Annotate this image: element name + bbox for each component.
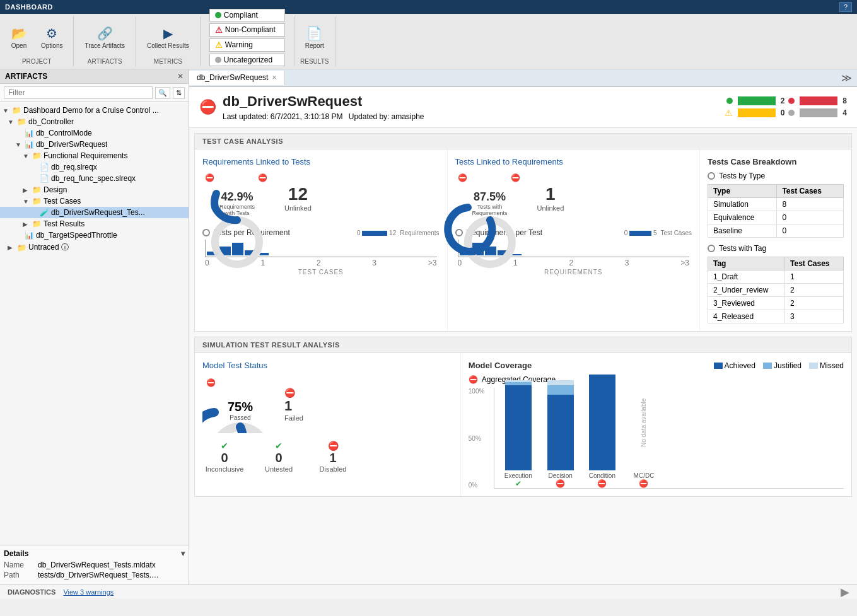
req-linked-title: Requirements Linked to Tests (202, 157, 440, 166)
help-button[interactable]: ? (839, 2, 852, 12)
filter-sort-button[interactable]: ⇅ (173, 87, 185, 99)
tests-by-type-row: Tests by Type (708, 171, 844, 180)
scroll-right-button[interactable]: ▶ (841, 585, 849, 599)
hist-bars-2 (458, 240, 690, 257)
trace-artifacts-button[interactable]: 🔗 Trace Artifacts (79, 23, 131, 52)
type-table-row: Simulation8 (708, 198, 844, 211)
db-icon: 📊 (25, 140, 34, 149)
sidebar-close-button[interactable]: ✕ (177, 72, 184, 81)
tab-bar: db_DriverSwRequest × ≫ (189, 69, 857, 87)
breakdown-title: Tests Case Breakdown (708, 157, 844, 166)
details-collapse[interactable]: ▾ (181, 549, 185, 558)
sidebar-header: ARTIFACTS ✕ (0, 69, 189, 84)
page-title-area: ⛔ db_DriverSwRequest Last updated: 6/7/2… (199, 93, 424, 121)
warning-label: Warning (225, 40, 253, 49)
tag-count-cell: 1 (785, 270, 844, 284)
gray-count: 4 (842, 108, 847, 117)
execution-achieved (505, 385, 532, 470)
sim-section-title: SIMULATION TEST RESULT ANALYSIS (195, 337, 851, 353)
sim-donut-area: ⛔ 75% Passed ⛔ 1 Failed (202, 376, 453, 433)
execution-bar-stack (505, 375, 532, 470)
options-button[interactable]: ⚙ Options (35, 23, 68, 52)
donut-wrapper-1: ⛔ ⛔ 42.9% Requirementswith Tests 12 (202, 173, 440, 223)
decision-label: Decision (549, 472, 573, 479)
tree-item[interactable]: ▼ 📊 db_DriverSwRequest (0, 139, 189, 150)
app-title: DASHBOARD (5, 3, 53, 11)
view-warnings-link[interactable]: View 3 warnings (63, 588, 114, 596)
tree-toggle: ▶ (23, 221, 30, 228)
uncategorized-button[interactable]: Uncategorized (209, 54, 285, 66)
tree-item[interactable]: 📊 db_ControlMode (0, 127, 189, 139)
active-tab[interactable]: db_DriverSwRequest × (189, 71, 284, 85)
open-button[interactable]: 📂 Open (5, 23, 33, 52)
folder-icon: 📁 (32, 185, 42, 194)
condition-achieved (589, 375, 615, 470)
warning-icon: ⚠ (215, 40, 223, 50)
untested-item: ✔ 0 Untested (257, 441, 301, 473)
tree-item[interactable]: ▼ 📁 Dashboard Demo for a Cruise Control … (0, 105, 189, 116)
tree-item[interactable]: 📄 db_req.slreqx (0, 161, 189, 173)
green-count: 2 (781, 96, 785, 105)
tag-test-cases-header: Test Cases (785, 257, 844, 270)
tag-radio[interactable] (708, 245, 715, 252)
coverage-header: Model Coverage Achieved Justified (469, 361, 844, 370)
hist-radio-1[interactable] (202, 229, 210, 236)
tree-item[interactable]: ▶ 📁 Untraced ⓘ (0, 241, 189, 254)
tree-item[interactable]: ▼ 📁 Test Cases (0, 195, 189, 207)
tree-item[interactable]: ▶ 📁 Test Results (0, 218, 189, 230)
coverage-bars-container: Execution ✔ (494, 388, 844, 489)
inconclusive-count: 0 (221, 451, 228, 465)
tree-toggle: ▼ (23, 198, 30, 205)
achieved-label: Achieved (725, 361, 755, 370)
tree-item[interactable]: 📊 db_TargetSpeedThrottle (0, 230, 189, 241)
svg-text:⛔: ⛔ (511, 173, 520, 182)
warning-button[interactable]: ⚠ Warning (209, 38, 285, 52)
failed-label: Failed (284, 414, 303, 422)
tree-item-selected[interactable]: 🧪 db_DriverSwRequest_Tes... (0, 207, 189, 218)
type-radio[interactable] (708, 172, 715, 180)
untested-check-icon: ✔ (275, 441, 283, 451)
no-data-label: No data available (640, 375, 647, 470)
overlay-buttons: Compliant ⚠ Non-Compliant ⚠ Warning Unca… (206, 8, 289, 67)
donut-label-1: 42.9% Requirementswith Tests (219, 190, 255, 216)
sidebar: ARTIFACTS ✕ 🔍 ⇅ ▼ 📁 Dashboard Demo for a… (0, 69, 189, 584)
justified-label: Justified (774, 361, 802, 370)
compliant-button[interactable]: Compliant (209, 9, 285, 21)
tree-item[interactable]: ▼ 📁 db_Controller (0, 116, 189, 127)
details-title: Details (4, 549, 28, 558)
tree-item[interactable]: 📄 db_req_func_spec.slreqx (0, 173, 189, 184)
compliant-dot (215, 12, 221, 18)
gray-dot (788, 110, 795, 116)
metrics-buttons: ▶ Collect Results (141, 18, 195, 57)
non-compliant-button[interactable]: ⚠ Non-Compliant (209, 23, 285, 37)
sim-grid: Model Test Status ⛔ 75% Passe (195, 353, 851, 496)
condition-bar-stack (589, 375, 615, 470)
svg-text:⛔: ⛔ (206, 378, 216, 387)
tree-label: Functional Requirements (44, 151, 127, 160)
decision-status: ⛔ (556, 479, 565, 488)
report-button[interactable]: 📄 Report (300, 23, 330, 52)
tree-item[interactable]: ▼ 📁 Functional Requirements (0, 150, 189, 161)
compliant-label: Compliant (224, 11, 258, 20)
disabled-icon-row: ⛔ (328, 441, 339, 451)
coverage-panel: Model Coverage Achieved Justified (461, 353, 851, 496)
hist-section-1: Tests per Requirement 0 12 Requirements (202, 228, 440, 276)
hist-radio-2[interactable] (455, 229, 463, 236)
tests-unlinked-label: Unlinked (537, 204, 564, 212)
filter-input[interactable] (4, 86, 153, 99)
tab-label: db_DriverSwRequest (197, 73, 268, 82)
tree-label: Dashboard Demo for a Cruise Control ... (23, 106, 159, 115)
model-test-title: Model Test Status (202, 361, 453, 370)
test-case-section-title: TEST CASE ANALYSIS (195, 134, 851, 149)
y-0: 0% (469, 482, 485, 489)
hist-bar (232, 243, 243, 255)
collect-results-button[interactable]: ▶ Collect Results (141, 23, 195, 52)
achieved-color (714, 363, 723, 369)
diagnostics-label: DIAGNOSTICS (8, 588, 55, 596)
tab-close-button[interactable]: × (272, 73, 276, 82)
tree-item[interactable]: ▶ 📁 Design (0, 184, 189, 195)
filter-search-button[interactable]: 🔍 (155, 87, 170, 99)
failed-count: 1 (284, 398, 303, 414)
tab-menu-button[interactable]: ≫ (836, 72, 857, 84)
tree-toggle: ▼ (8, 119, 15, 125)
